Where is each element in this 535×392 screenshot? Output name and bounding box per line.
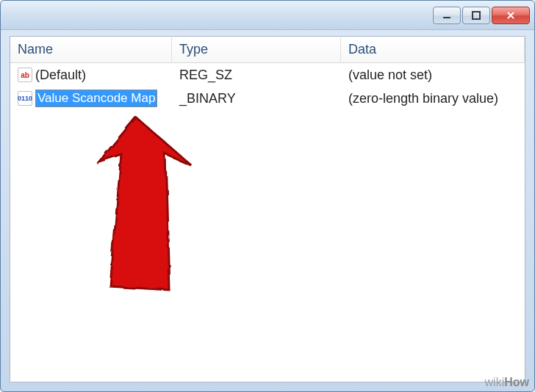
rename-input[interactable]: Value Scancode Map [35, 90, 157, 107]
table-row[interactable]: 0110 Value Scancode Map _BINARY (zero-le… [10, 87, 525, 110]
value-name-cell: 0110 Value Scancode Map [10, 90, 172, 107]
column-header-type[interactable]: Type [172, 37, 341, 62]
value-type-cell: _BINARY [172, 91, 341, 106]
watermark-how: How [504, 376, 529, 388]
value-data-cell: (value not set) [341, 68, 525, 83]
watermark: wikiHow [485, 376, 529, 389]
value-type-cell: REG_SZ [172, 68, 341, 83]
registry-values-panel: Name Type Data ab (Default) REG_SZ (valu… [10, 36, 525, 382]
svg-rect-1 [473, 12, 480, 19]
column-header-data[interactable]: Data [341, 37, 525, 62]
table-header: Name Type Data [10, 37, 525, 63]
value-name-cell: ab (Default) [10, 68, 172, 83]
window-frame: Name Type Data ab (Default) REG_SZ (valu… [0, 0, 535, 392]
table-row[interactable]: ab (Default) REG_SZ (value not set) [10, 63, 525, 87]
value-name-label: (Default) [35, 68, 86, 83]
titlebar [1, 1, 534, 30]
window-controls [433, 7, 530, 24]
binary-value-icon: 0110 [18, 91, 32, 106]
string-value-icon: ab [18, 68, 32, 82]
minimize-button[interactable] [433, 7, 461, 24]
minimize-icon [442, 11, 451, 20]
maximize-icon [472, 11, 481, 20]
value-data-cell: (zero-length binary value) [341, 91, 525, 106]
close-button[interactable] [492, 7, 530, 24]
maximize-button[interactable] [462, 7, 490, 24]
svg-rect-0 [443, 17, 450, 18]
column-header-name[interactable]: Name [10, 37, 172, 62]
close-icon [506, 10, 516, 21]
watermark-wiki: wiki [485, 376, 505, 388]
